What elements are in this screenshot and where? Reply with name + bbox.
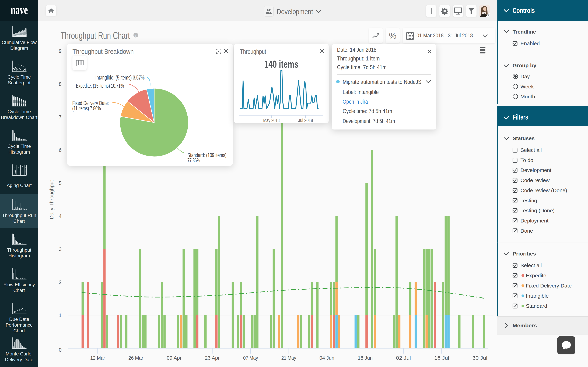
svg-text:Cycle time: 7d 5h 41m: Cycle time: 7d 5h 41m: [343, 108, 392, 114]
svg-text:09 Apr: 09 Apr: [167, 355, 182, 361]
svg-text:(11 items) 7.86%: (11 items) 7.86%: [72, 105, 101, 111]
svg-text:Jul 2018: Jul 2018: [298, 118, 313, 123]
svg-text:Deployment: Deployment: [520, 218, 549, 224]
svg-text:Enabled: Enabled: [520, 41, 540, 46]
svg-text:Testing (Done): Testing (Done): [520, 208, 554, 213]
svg-text:Members: Members: [513, 323, 537, 328]
svg-text:16 Jul: 16 Jul: [434, 355, 449, 361]
svg-text:Code review: Code review: [520, 177, 550, 183]
svg-text:7: 7: [59, 114, 62, 120]
svg-text:21 May: 21 May: [281, 355, 296, 361]
svg-text:9: 9: [59, 48, 62, 54]
svg-text:Fixed Delivery Date: Fixed Delivery Date: [526, 283, 572, 289]
svg-text:2: 2: [59, 279, 62, 285]
svg-text:Throughput Run Chart: Throughput Run Chart: [61, 30, 130, 41]
svg-text:0: 0: [59, 347, 62, 353]
svg-text:Development: 7d 5h 41m: Development: 7d 5h 41m: [343, 118, 395, 124]
svg-text:26 Mar: 26 Mar: [129, 355, 143, 361]
svg-text:Select all: Select all: [520, 262, 542, 268]
svg-text:Development: Development: [520, 167, 551, 173]
svg-text:5: 5: [59, 180, 62, 186]
svg-text:02 Jul: 02 Jul: [396, 355, 411, 361]
svg-text:Week: Week: [520, 84, 534, 90]
svg-text:07 May: 07 May: [243, 355, 258, 361]
svg-text:23 Apr: 23 Apr: [205, 355, 220, 361]
svg-text:Month: Month: [520, 94, 535, 100]
svg-text:Controls: Controls: [513, 7, 535, 15]
svg-text:Testing: Testing: [520, 198, 537, 203]
svg-text:Throughput: 1 item: Throughput: 1 item: [337, 55, 380, 62]
svg-text:Open in Jira: Open in Jira: [343, 98, 368, 105]
svg-text:Standard: Standard: [526, 303, 547, 309]
svg-text:18 Jun: 18 Jun: [358, 355, 373, 361]
svg-text:140 items: 140 items: [264, 58, 299, 70]
svg-text:Priorities: Priorities: [513, 251, 536, 257]
svg-text:Cycle time: 7d 5h 41m: Cycle time: 7d 5h 41m: [337, 64, 387, 70]
svg-text:Group by: Group by: [513, 63, 536, 68]
svg-text:Filters: Filters: [513, 113, 528, 121]
svg-text:May 2018: May 2018: [263, 118, 280, 123]
svg-text:8: 8: [59, 81, 62, 87]
svg-text:Throughput Breakdown: Throughput Breakdown: [72, 48, 134, 55]
svg-text:nave: nave: [11, 3, 28, 17]
svg-text:77.86%: 77.86%: [187, 157, 200, 164]
svg-text:Throughput: Throughput: [240, 48, 266, 55]
svg-text:Date: 14 Jun 2018: Date: 14 Jun 2018: [337, 47, 376, 53]
svg-text:Label: Intangible: Label: Intangible: [343, 89, 379, 95]
svg-text:Intangible: (5 items) 3.57%: Intangible: (5 items) 3.57%: [95, 74, 145, 81]
svg-text:i: i: [135, 33, 136, 37]
svg-text:To do: To do: [520, 157, 533, 163]
svg-text:04 Jun: 04 Jun: [320, 355, 334, 361]
svg-text:4: 4: [59, 213, 62, 219]
svg-text:Daily Throughput: Daily Throughput: [49, 180, 54, 219]
svg-text:1: 1: [59, 312, 62, 318]
svg-text:Select all: Select all: [520, 147, 542, 153]
svg-text:Intangible: Intangible: [526, 293, 549, 299]
svg-text:30 Jul: 30 Jul: [473, 355, 487, 361]
svg-text:6: 6: [59, 147, 62, 153]
svg-text:Migrate automation tests to No: Migrate automation tests to NodeJS: [343, 79, 421, 85]
svg-text:Expedite: (15 items) 10.71%: Expedite: (15 items) 10.71%: [76, 83, 124, 89]
svg-text:Done: Done: [520, 228, 533, 234]
svg-text:Day: Day: [520, 74, 530, 79]
svg-text:12 Mar: 12 Mar: [90, 355, 105, 361]
svg-text:3: 3: [59, 246, 62, 252]
svg-text:Statuses: Statuses: [513, 135, 535, 141]
svg-text:Trendline: Trendline: [513, 29, 536, 35]
svg-text:Expedite: Expedite: [526, 273, 546, 278]
svg-text:Code review (Done): Code review (Done): [520, 188, 567, 193]
